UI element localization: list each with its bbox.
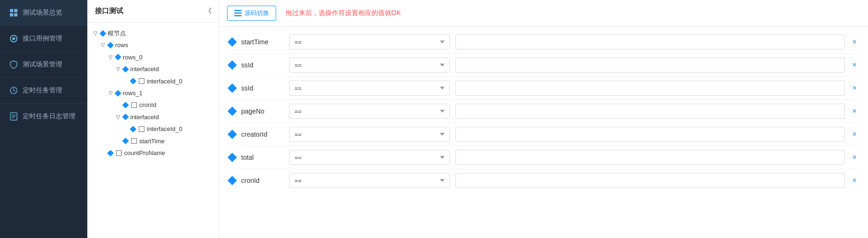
cond-delete-2[interactable]: × [851,84,859,92]
expand-icon-interfaceid1[interactable]: ▽ [115,113,121,122]
checkbox-icon-cronid-rows1[interactable] [131,102,137,108]
sidebar-label-cron-mgmt: 定时任务管理 [23,86,62,95]
expand-icon-rows0[interactable]: ▽ [108,53,113,62]
cond-operator-0[interactable]: ==!=>>=<<= [289,34,450,49]
tree-row-countproname[interactable]: countProName [91,147,215,159]
conditions-toolbar: 源码切换 拖过来后，选操作符设置相应的值就OK [219,0,868,27]
expand-icon-rows1[interactable]: ▽ [108,89,113,98]
svg-rect-11 [234,10,242,11]
sidebar-item-scene-overview[interactable]: 测试场景总览 [0,0,87,26]
expand-icon-rows[interactable]: ▽ [100,41,106,50]
cond-diamond-5 [228,153,237,162]
sidebar-item-cron-mgmt[interactable]: 定时任务管理 [0,78,87,104]
sidebar-item-cron-log[interactable]: 定时任务日志管理 [0,104,87,130]
tree-row-cronid-rows1[interactable]: cronId [91,99,215,111]
tree-row-interfaceid0-leaf[interactable]: interfaceId_0 [91,75,215,87]
tree-label-root: 根节点 [108,28,126,39]
sidebar-item-scene-mgmt[interactable]: 测试场景管理 [0,52,87,78]
diamond-icon-countproname [107,150,114,156]
link-icon [9,34,18,43]
cond-value-3[interactable] [455,104,845,119]
svg-rect-13 [234,15,242,16]
cond-operator-2[interactable]: ==!=>>=<<= [289,81,450,96]
cond-value-5[interactable] [455,150,845,165]
hint-text: 拖过来后，选操作符设置相应的值就OK [286,9,401,17]
checkbox-icon-leaf1[interactable] [139,126,144,132]
svg-point-5 [12,37,15,40]
expand-icon-root[interactable]: ▽ [93,29,98,38]
source-toggle-button[interactable]: 源码切换 [227,6,276,21]
cond-operator-4[interactable]: ==!=>>=<<= [289,127,450,142]
condition-row-1: ssId ==!=>>=<<= × [229,54,859,77]
diamond-icon-leaf1 [130,126,136,132]
condition-row-0: startTime ==!=>>=<<= × [229,31,859,54]
tree-row-root[interactable]: ▽ 根节点 [91,27,215,39]
cond-value-1[interactable] [455,57,845,73]
clock-icon [9,86,18,95]
tree-label-interfaceid0-leaf: interfaceId_0 [147,76,182,87]
cond-value-2[interactable] [455,81,845,96]
cond-value-0[interactable] [455,34,845,49]
tree-row-interfaceid1[interactable]: ▽ interfaceId [91,111,215,123]
cond-label-0: startTime [241,38,284,46]
svg-rect-2 [10,13,13,16]
tree-label-interfaceid0: interfaceId [130,64,159,74]
sidebar-label-scene-mgmt: 测试场景管理 [23,60,62,69]
diamond-icon-starttime [122,138,129,144]
checkbox-icon-leaf0[interactable] [139,78,144,84]
cond-delete-0[interactable]: × [851,38,859,46]
tree-collapse-button[interactable]: 《 [205,7,211,16]
sidebar-label-scene-overview: 测试场景总览 [23,8,62,17]
tree-row-interfaceid0[interactable]: ▽ interfaceId [91,63,215,75]
diamond-icon-rows0 [115,54,121,60]
tree-label-rows1: rows_1 [123,88,143,98]
tree-label-countproname: countProName [124,148,165,158]
cond-label-2: ssId [241,84,284,92]
tree-row-interfaceid1-leaf[interactable]: interfaceId_0 [91,123,215,135]
tree-row-rows[interactable]: ▽ rows [91,39,215,51]
cond-delete-1[interactable]: × [851,61,859,69]
svg-rect-12 [234,13,242,14]
expand-icon-interfaceid0[interactable]: ▽ [115,65,121,74]
cond-label-4: creatorId [241,131,284,138]
cond-diamond-4 [228,130,237,139]
diamond-icon-rows [107,42,114,49]
cond-operator-1[interactable]: ==!=>>=<<= [289,57,450,73]
diamond-icon-root [100,30,106,37]
cond-label-1: ssId [241,61,284,69]
shield-icon [9,60,18,69]
cond-delete-3[interactable]: × [851,107,859,115]
condition-row-6: cronId ==!=>>=<<= × [229,169,859,192]
cond-operator-5[interactable]: ==!=>>=<<= [289,150,450,165]
cond-diamond-6 [228,176,237,185]
log-icon [9,112,18,121]
cond-diamond-3 [228,107,237,116]
tree-row-rows1[interactable]: ▽ rows_1 [91,87,215,99]
tree-label-starttime-rows1: startTime [139,136,165,147]
cond-delete-4[interactable]: × [851,130,859,139]
tree-panel-title: 接口测试 [95,7,123,16]
condition-row-3: pageNo ==!=>>=<<= × [229,100,859,123]
diamond-icon-cronid-rows1 [122,102,129,108]
cond-operator-6[interactable]: ==!=>>=<<= [289,173,450,188]
sidebar-item-api-cases[interactable]: 接口用例管理 [0,26,87,52]
cond-diamond-1 [228,60,237,70]
checkbox-icon-starttime[interactable] [131,138,137,144]
checkbox-icon-countproname[interactable] [116,150,122,156]
condition-row-2: ssId ==!=>>=<<= × [229,77,859,100]
condition-row-4: creatorId ==!=>>=<<= × [229,123,859,146]
cond-delete-6[interactable]: × [851,176,859,185]
source-toggle-label: 源码切换 [244,9,269,17]
cond-diamond-0 [228,37,237,47]
tree-row-starttime-rows1[interactable]: startTime [91,135,215,147]
list-icon [234,10,242,16]
svg-rect-0 [10,9,13,12]
tree-label-interfaceid1-leaf: interfaceId_0 [147,123,182,134]
cond-operator-3[interactable]: ==!=>>=<<= [289,104,450,119]
cond-value-6[interactable] [455,173,845,188]
cond-delete-5[interactable]: × [851,153,859,162]
tree-row-rows0[interactable]: ▽ rows_0 [91,51,215,63]
tree-label-cronid-rows1: cronId [139,99,156,110]
diamond-icon-leaf0 [130,78,136,84]
cond-value-4[interactable] [455,127,845,142]
